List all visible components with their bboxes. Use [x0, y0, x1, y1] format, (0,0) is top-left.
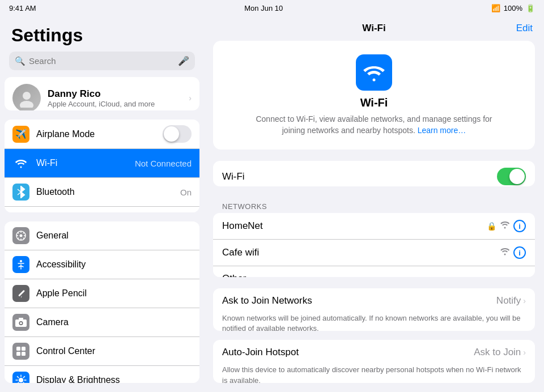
wifi-icon	[12, 155, 29, 172]
profile-section: Danny Rico Apple Account, iCloud, and mo…	[5, 77, 199, 110]
ask-to-join-section: Ask to Join Networks Notify › Known netw…	[213, 288, 535, 331]
auto-join-section: Auto-Join Hotspot Ask to Join › Allow th…	[213, 340, 535, 383]
airplane-mode-label: Airplane Mode	[36, 129, 156, 139]
svg-rect-5	[18, 289, 25, 296]
edit-button[interactable]: Edit	[516, 23, 533, 34]
mic-icon: 🎤	[178, 56, 189, 66]
search-icon: 🔍	[15, 56, 26, 66]
sidebar-item-accessibility[interactable]: Accessibility	[5, 250, 199, 279]
apple-pencil-icon	[12, 285, 29, 302]
sidebar-item-control-center[interactable]: Control Center	[5, 337, 199, 366]
svg-point-9	[20, 322, 22, 324]
control-center-label: Control Center	[36, 346, 192, 356]
wifi-hero-desc: Connect to Wi-Fi, view available network…	[255, 114, 493, 136]
battery-icon: 🔋	[526, 4, 535, 12]
camera-icon	[12, 314, 29, 331]
svg-point-1	[20, 101, 33, 108]
sidebar: Settings 🔍 🎤 Danny Rico Apple Account, i…	[0, 16, 204, 392]
profile-item[interactable]: Danny Rico Apple Account, iCloud, and mo…	[5, 77, 199, 110]
wifi-toggle-label: Wi-Fi	[222, 171, 497, 182]
svg-marker-6	[21, 296, 22, 298]
wifi-hero-icon	[356, 54, 392, 91]
auto-join-desc: Allow this device to automatically disco…	[213, 365, 535, 383]
display-brightness-label: Display & Brightness	[36, 375, 192, 383]
wifi-signal-icon	[500, 221, 510, 231]
sidebar-item-display-brightness[interactable]: Display & Brightness	[5, 366, 199, 383]
search-input[interactable]	[29, 56, 175, 66]
wifi-hero-title: Wi-Fi	[360, 96, 388, 109]
battery-status: 100%	[504, 4, 522, 12]
general-settings-section: General Accessibility	[5, 221, 199, 383]
general-icon	[12, 227, 29, 244]
auto-join-label: Auto-Join Hotspot	[222, 347, 474, 358]
ask-to-join-row[interactable]: Ask to Join Networks Notify ›	[213, 288, 535, 313]
network-info-button-cafe[interactable]: i	[513, 246, 526, 259]
wifi-toggle[interactable]	[497, 168, 526, 185]
accessibility-label: Accessibility	[36, 259, 192, 270]
svg-point-0	[23, 92, 31, 100]
sidebar-title: Settings	[0, 16, 204, 52]
quick-settings-section: ✈️ Airplane Mode Wi-Fi Not Connected	[5, 120, 199, 212]
bluetooth-value: On	[180, 188, 192, 197]
profile-subtitle: Apple Account, iCloud, and more	[48, 100, 182, 108]
profile-info: Danny Rico Apple Account, iCloud, and mo…	[48, 88, 182, 108]
network-icons-cafe: i	[500, 246, 526, 259]
network-row-other[interactable]: Other…	[213, 266, 535, 277]
status-time: 9:41 AM	[9, 4, 36, 12]
svg-point-3	[20, 234, 23, 237]
sidebar-item-battery[interactable]: 🔋 Battery	[5, 207, 199, 212]
wifi-hero-card: Wi-Fi Connect to Wi-Fi, view available n…	[213, 41, 535, 150]
profile-chevron-icon: ›	[189, 93, 192, 103]
wifi-toggle-card: Wi-Fi	[213, 161, 535, 186]
display-brightness-icon	[12, 372, 29, 383]
lock-icon: 🔒	[487, 221, 496, 231]
ask-to-join-label: Ask to Join Networks	[222, 295, 496, 306]
ask-to-join-value: Notify	[496, 295, 521, 306]
network-name-cafe: Cafe wifi	[222, 247, 500, 258]
wifi-status-icon: 📶	[491, 4, 500, 12]
svg-rect-11	[16, 347, 20, 351]
svg-rect-14	[22, 352, 26, 356]
control-center-icon	[12, 343, 29, 360]
network-row-homenet[interactable]: HomeNet 🔒 i	[213, 213, 535, 240]
sidebar-item-bluetooth[interactable]: Bluetooth On	[5, 178, 199, 207]
bluetooth-icon	[12, 184, 29, 201]
search-bar[interactable]: 🔍 🎤	[9, 52, 195, 70]
airplane-mode-toggle[interactable]	[163, 125, 192, 143]
sidebar-item-airplane-mode[interactable]: ✈️ Airplane Mode	[5, 120, 199, 149]
bluetooth-label: Bluetooth	[36, 187, 173, 197]
avatar	[12, 84, 41, 110]
svg-rect-10	[19, 318, 23, 319]
network-name-other: Other…	[222, 273, 526, 277]
network-name-homenet: HomeNet	[222, 220, 487, 232]
learn-more-link[interactable]: Learn more…	[418, 126, 466, 135]
nav-bar: Wi-Fi Edit	[204, 16, 544, 41]
sidebar-item-apple-pencil[interactable]: Apple Pencil	[5, 279, 199, 308]
svg-point-4	[20, 260, 22, 262]
network-row-cafe-wifi[interactable]: Cafe wifi i	[213, 240, 535, 266]
nav-title: Wi-Fi	[362, 23, 385, 34]
svg-rect-13	[16, 352, 20, 356]
ask-to-join-chevron-icon: ›	[523, 296, 526, 305]
profile-name: Danny Rico	[48, 88, 182, 100]
status-bar: 9:41 AM Mon Jun 10 📶 100% 🔋	[0, 0, 544, 16]
wifi-label: Wi-Fi	[36, 158, 128, 168]
sidebar-item-camera[interactable]: Camera	[5, 308, 199, 337]
network-icons-homenet: 🔒 i	[487, 220, 526, 232]
status-date: Mon Jun 10	[244, 4, 283, 12]
wifi-toggle-row[interactable]: Wi-Fi	[213, 161, 535, 186]
ask-to-join-desc: Known networks will be joined automatica…	[213, 313, 535, 331]
apple-pencil-label: Apple Pencil	[36, 288, 192, 299]
sidebar-item-wifi[interactable]: Wi-Fi Not Connected	[5, 149, 199, 178]
general-label: General	[36, 231, 192, 241]
networks-header: NETWORKS	[204, 198, 544, 213]
auto-join-value: Ask to Join	[474, 347, 521, 358]
accessibility-icon	[12, 256, 29, 273]
auto-join-chevron-icon: ›	[523, 348, 526, 357]
auto-join-row[interactable]: Auto-Join Hotspot Ask to Join ›	[213, 340, 535, 365]
airplane-mode-icon: ✈️	[12, 126, 29, 143]
sidebar-item-general[interactable]: General	[5, 221, 199, 250]
wifi-signal-icon-cafe	[500, 248, 510, 258]
network-info-button-homenet[interactable]: i	[513, 220, 526, 232]
networks-card: HomeNet 🔒 i Cafe wifi	[213, 213, 535, 277]
